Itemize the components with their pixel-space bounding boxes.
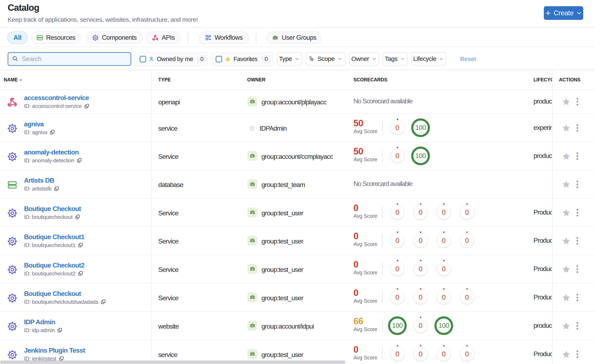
svg-text:?: ? — [251, 127, 253, 130]
